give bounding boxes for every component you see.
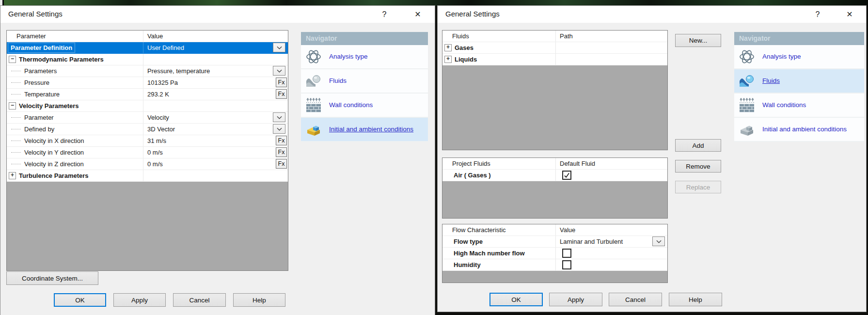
table-row-group-velocity[interactable]: −Velocity Parameters — [7, 100, 288, 112]
wall-conditions-icon — [305, 97, 322, 113]
navigator-item-label: Wall conditions — [329, 101, 373, 110]
help-icon[interactable]: ? — [374, 6, 395, 23]
general-settings-dialog-left: General Settings ? ✕ Parameter Value Par… — [0, 6, 435, 315]
dropdown-button[interactable] — [273, 66, 285, 76]
navigator-item-analysis-type[interactable]: Analysis type — [734, 45, 864, 69]
table-row-high-mach-number-flow[interactable]: High Mach number flow — [442, 248, 667, 259]
row-value: 31 m/s — [147, 137, 166, 144]
collapse-toggle-icon[interactable]: − — [9, 56, 16, 63]
add-button[interactable]: Add — [675, 139, 721, 152]
table-row-temperature[interactable]: Temperature 293.2 K Fx — [7, 89, 288, 100]
fx-button[interactable]: Fx — [276, 89, 287, 99]
table-row-parameter-definition[interactable]: Parameter Definition User Defined — [7, 42, 288, 54]
row-value: User Defined — [147, 44, 184, 51]
row-label: Temperature — [24, 91, 60, 98]
table-row-air-gases[interactable]: Air ( Gases ) — [442, 170, 667, 181]
initial-ambient-conditions-icon — [305, 121, 322, 138]
row-value: 0 m/s — [147, 149, 163, 156]
dropdown-button[interactable] — [652, 236, 665, 246]
help-icon[interactable]: ? — [807, 6, 828, 23]
row-value: Pressure, temperature — [147, 67, 210, 75]
row-label: Air ( Gases ) — [442, 172, 491, 179]
cancel-button[interactable]: Cancel — [173, 293, 226, 307]
navigator-item-initial-ambient-conditions[interactable]: Initial and ambient conditions — [301, 118, 428, 142]
navigator-item-fluids[interactable]: Fluids — [301, 69, 428, 94]
remove-button[interactable]: Remove — [675, 160, 721, 173]
expand-toggle-icon[interactable]: + — [444, 44, 452, 51]
row-value: 101325 Pa — [147, 79, 178, 86]
titlebar: General Settings ? ✕ — [0, 6, 435, 23]
column-header-path: Path — [555, 31, 667, 42]
table-row-parameter[interactable]: Parameter Velocity — [7, 112, 288, 124]
tree-line — [11, 71, 21, 71]
table-row-gases[interactable]: +Gases — [442, 42, 667, 54]
navigator-item-wall-conditions[interactable]: Wall conditions — [734, 94, 864, 118]
table-row-group-turbulence[interactable]: +Turbulence Parameters — [7, 170, 288, 182]
row-label: Flow type — [442, 238, 483, 245]
table-row-humidity[interactable]: Humidity — [442, 259, 667, 271]
table-row-velocity-y[interactable]: Velocity in Y direction 0 m/s Fx — [7, 147, 288, 158]
checkmark-icon — [564, 172, 570, 178]
help-button[interactable]: Help — [669, 293, 722, 306]
dropdown-button[interactable] — [273, 112, 285, 122]
fx-button[interactable]: Fx — [276, 159, 287, 169]
humidity-checkbox-unchecked[interactable] — [562, 260, 571, 269]
row-label: Gases — [455, 44, 473, 51]
coordinate-system-button[interactable]: Coordinate System... — [6, 271, 98, 285]
row-label: Humidity — [442, 261, 481, 268]
table-row-group-thermodynamic[interactable]: −Thermodynamic Parameters — [7, 54, 288, 65]
table-row-pressure[interactable]: Pressure 101325 Pa Fx — [7, 77, 288, 89]
new-button[interactable]: New... — [675, 34, 721, 47]
row-label: Defined by — [24, 126, 54, 133]
fx-button[interactable]: Fx — [276, 136, 287, 145]
navigator-header: Navigator — [734, 32, 864, 45]
tree-line — [11, 129, 21, 129]
navigator-item-wall-conditions[interactable]: Wall conditions — [301, 94, 428, 118]
help-button[interactable]: Help — [233, 293, 285, 307]
table-row-parameters[interactable]: Parameters Pressure, temperature — [7, 65, 288, 77]
default-fluid-checkbox-checked[interactable] — [562, 171, 571, 180]
expand-toggle-icon[interactable]: + — [444, 56, 452, 63]
expand-toggle-icon[interactable]: + — [9, 172, 16, 179]
fx-button[interactable]: Fx — [276, 78, 287, 87]
row-label: High Mach number flow — [442, 250, 525, 257]
tree-line — [11, 141, 21, 141]
cancel-button[interactable]: Cancel — [609, 293, 662, 306]
fx-button[interactable]: Fx — [276, 147, 287, 157]
navigator-item-initial-ambient-conditions[interactable]: Initial and ambient conditions — [734, 118, 864, 142]
dropdown-button[interactable] — [273, 43, 285, 52]
ok-button[interactable]: OK — [489, 293, 543, 306]
row-label: Liquids — [455, 56, 477, 63]
fluids-icon — [305, 73, 322, 89]
row-label: Velocity in Y direction — [24, 149, 84, 156]
fluids-table: Fluids Path +Gases +Liquids — [442, 30, 668, 150]
tree-line — [11, 82, 21, 83]
replace-button[interactable]: Replace — [675, 181, 721, 193]
dropdown-button[interactable] — [273, 124, 285, 134]
column-header-flow-characteristic: Flow Characteristic — [442, 224, 555, 236]
table-row-defined-by[interactable]: Defined by 3D Vector — [7, 124, 288, 135]
ok-button[interactable]: OK — [54, 293, 106, 307]
chevron-down-icon — [277, 116, 282, 119]
navigator-panel: Navigator Analysis type Fluids — [301, 32, 428, 142]
apply-button[interactable]: Apply — [549, 293, 602, 306]
navigator-item-analysis-type[interactable]: Analysis type — [301, 45, 428, 69]
flow-characteristic-table: Flow Characteristic Value Flow type Lami… — [442, 224, 668, 283]
table-row-velocity-x[interactable]: Velocity in X direction 31 m/s Fx — [7, 135, 288, 147]
table-row-velocity-z[interactable]: Velocity in Z direction 0 m/s Fx — [7, 158, 288, 170]
group-label: Velocity Parameters — [19, 102, 79, 110]
high-mach-checkbox-unchecked[interactable] — [562, 249, 571, 258]
column-header-default-fluid: Default Fluid — [555, 158, 667, 169]
collapse-toggle-icon[interactable]: − — [9, 102, 16, 110]
row-label: Velocity in Z direction — [24, 160, 84, 168]
column-header-project-fluids: Project Fluids — [442, 158, 555, 169]
tree-line — [11, 117, 21, 118]
table-row-flow-type[interactable]: Flow type Laminar and Turbulent — [442, 236, 667, 248]
navigator-item-fluids[interactable]: Fluids — [734, 69, 864, 94]
dialog-title: General Settings — [445, 10, 500, 18]
table-row-liquids[interactable]: +Liquids — [442, 54, 667, 65]
column-header-value: Value — [555, 224, 667, 236]
apply-button[interactable]: Apply — [113, 293, 166, 307]
close-icon[interactable]: ✕ — [839, 6, 860, 23]
close-icon[interactable]: ✕ — [408, 6, 428, 23]
